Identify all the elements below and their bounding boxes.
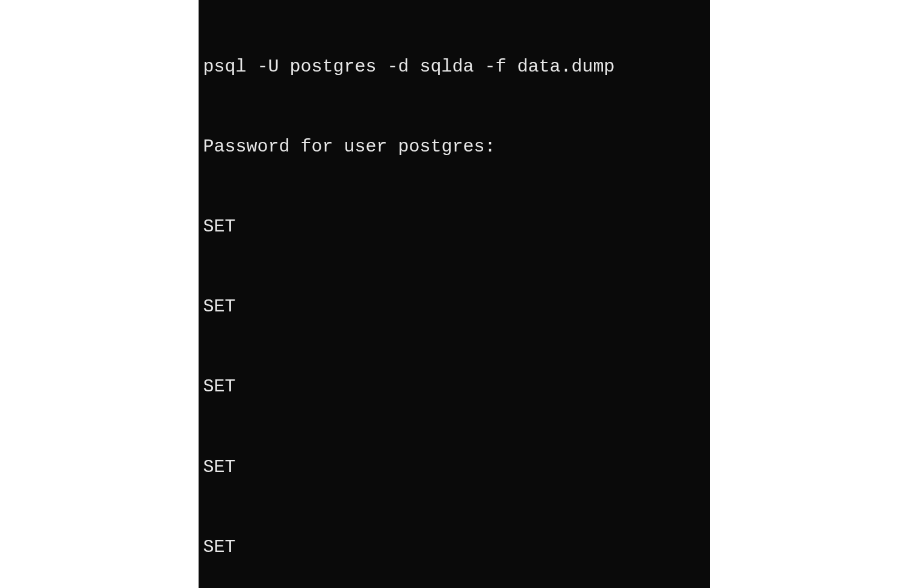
terminal-line-output: SET (203, 534, 705, 560)
terminal-window[interactable]: psql -U postgres -d sqlda -f data.dump P… (199, 0, 710, 588)
terminal-line-output: SET (203, 373, 705, 400)
terminal-line-output: SET (203, 293, 705, 320)
terminal-line-command: psql -U postgres -d sqlda -f data.dump (203, 54, 705, 80)
terminal-line-output: SET (203, 454, 705, 480)
terminal-line-password-prompt: Password for user postgres: (203, 133, 705, 160)
terminal-line-output: SET (203, 213, 705, 240)
